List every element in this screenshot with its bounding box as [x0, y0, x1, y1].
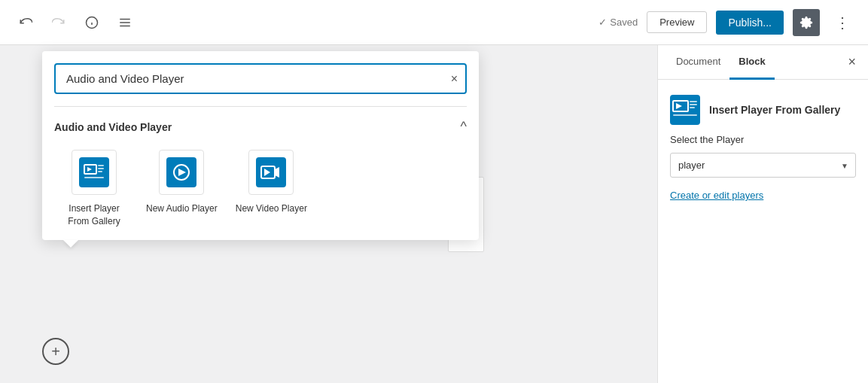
sidebar: Document Block × Insert Player From Gall… [657, 45, 868, 383]
svg-rect-22 [673, 114, 697, 116]
block-search-popup: × Audio and Video Player ^ [42, 51, 479, 240]
block-grid: Insert PlayerFrom Gallery New Audio Play… [54, 150, 467, 228]
new-audio-icon [166, 157, 196, 187]
svg-rect-12 [98, 171, 102, 172]
svg-rect-9 [84, 177, 104, 178]
publish-button[interactable]: Publish... [716, 11, 784, 35]
block-item-new-audio[interactable]: New Audio Player [146, 150, 218, 228]
sidebar-close-button[interactable]: × [845, 51, 859, 73]
section-toggle-button[interactable]: ^ [461, 119, 467, 135]
new-video-label: New Video Player [236, 202, 307, 215]
sidebar-content: Insert Player From Gallery Select the Pl… [658, 80, 868, 217]
block-item-insert-player[interactable]: Insert PlayerFrom Gallery [60, 150, 128, 228]
redo-button[interactable] [45, 9, 72, 36]
main-area: × Audio and Video Player ^ [0, 45, 868, 383]
new-video-icon-wrap [248, 150, 294, 195]
settings-button[interactable] [793, 9, 820, 36]
sidebar-tabs: Document Block × [658, 45, 868, 80]
search-container: × [54, 63, 467, 94]
add-block-button[interactable]: + [42, 338, 69, 365]
toolbar-left [12, 9, 139, 36]
svg-rect-11 [98, 168, 104, 169]
info-button[interactable] [78, 9, 105, 36]
block-item-new-video[interactable]: New Video Player [236, 150, 307, 228]
toolbar-center: ✓ Saved Preview Publish... ⋮ [139, 9, 856, 36]
player-select-wrap: player [670, 153, 856, 178]
create-edit-players-link[interactable]: Create or edit players [670, 190, 763, 201]
insert-player-label: Insert PlayerFrom Gallery [68, 202, 120, 228]
toolbar: ✓ Saved Preview Publish... ⋮ [0, 0, 868, 45]
block-section-header: Audio and Video Player ^ [54, 119, 467, 135]
preview-button[interactable]: Preview [647, 11, 707, 33]
svg-rect-19 [670, 95, 700, 125]
section-divider [54, 106, 467, 107]
plugin-title: Insert Player From Gallery [709, 104, 840, 116]
editor-area: × Audio and Video Player ^ [0, 45, 657, 383]
more-options-button[interactable]: ⋮ [829, 9, 856, 36]
saved-label: Saved [610, 17, 638, 28]
section-title: Audio and Video Player [54, 121, 172, 133]
select-player-label: Select the Player [670, 134, 856, 145]
plugin-header: Insert Player From Gallery [670, 95, 856, 125]
tab-document[interactable]: Document [667, 45, 729, 80]
player-select[interactable]: player [670, 153, 856, 178]
undo-button[interactable] [12, 9, 39, 36]
tab-block[interactable]: Block [729, 45, 774, 80]
new-audio-label: New Audio Player [146, 202, 218, 215]
plugin-icon [670, 95, 700, 125]
insert-player-icon [79, 157, 109, 187]
search-clear-button[interactable]: × [451, 73, 458, 85]
insert-player-icon-wrap [72, 150, 117, 195]
menu-button[interactable] [111, 9, 139, 36]
svg-rect-24 [690, 104, 697, 105]
check-icon: ✓ [598, 17, 607, 28]
block-search-input[interactable] [54, 63, 467, 94]
svg-rect-25 [690, 107, 695, 108]
new-video-icon [256, 157, 286, 187]
svg-rect-10 [98, 165, 104, 166]
svg-rect-23 [690, 101, 697, 102]
saved-status: ✓ Saved [598, 17, 638, 28]
new-audio-icon-wrap [159, 150, 204, 195]
